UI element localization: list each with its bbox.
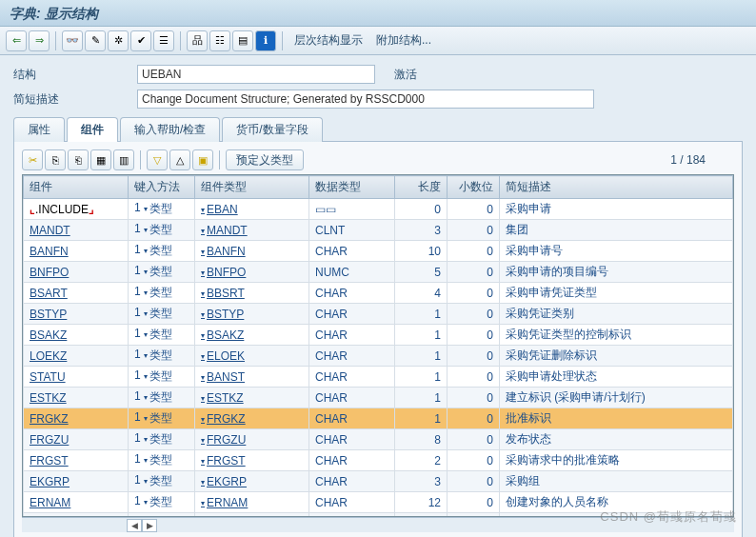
cell-component[interactable]: ERNAM	[24, 492, 129, 513]
tab-components[interactable]: 组件	[67, 117, 118, 142]
cell-component[interactable]: FRGKZ	[24, 408, 129, 429]
structure-input[interactable]	[137, 65, 375, 84]
table-row[interactable]: EKGRP1 类型EKGRPCHAR30采购组	[24, 471, 733, 492]
cell-typing[interactable]: 1 类型	[129, 450, 195, 471]
check-icon[interactable]: ✔	[130, 30, 151, 51]
cell-typing[interactable]: 1 类型	[129, 241, 195, 262]
cell-comptype[interactable]: BSAKZ	[195, 325, 309, 346]
tab-currency-qty[interactable]: 货币/数量字段	[222, 117, 322, 142]
cell-typing[interactable]: 1 类型	[129, 429, 195, 450]
cell-comptype[interactable]: FRGZU	[195, 429, 309, 450]
cell-length: 0	[395, 199, 448, 220]
info-icon[interactable]: ℹ	[255, 30, 276, 51]
cell-component[interactable]: FRGZU	[24, 429, 129, 450]
col-decimals[interactable]: 小数位	[448, 176, 500, 199]
tab-input-help[interactable]: 输入帮助/检查	[120, 117, 220, 142]
cell-comptype[interactable]: BANST	[195, 367, 309, 388]
cell-comptype[interactable]: BNFPO	[195, 262, 309, 283]
graphic-icon[interactable]: ☷	[209, 30, 230, 51]
table-row[interactable]: BNFPO1 类型BNFPONUMC50采购申请的项目编号	[24, 262, 733, 283]
table-row[interactable]: FRGZU1 类型FRGZUCHAR80发布状态	[24, 429, 733, 450]
cell-comptype[interactable]: ELOEK	[195, 346, 309, 367]
scroll-left-icon[interactable]: ◀	[127, 519, 142, 532]
cell-datatype: CHAR	[309, 429, 395, 450]
cell-component[interactable]: BANFN	[24, 241, 129, 262]
table-row[interactable]: ESTKZ1 类型ESTKZCHAR10建立标识 (采购申请/计划行)	[24, 388, 733, 408]
cell-component[interactable]: LOEKZ	[24, 346, 129, 367]
sort-icon[interactable]: ☰	[153, 30, 174, 51]
forward-icon[interactable]: ⇒	[29, 30, 50, 51]
cell-component[interactable]: BSTYP	[24, 304, 129, 325]
cell-comptype[interactable]: ERNAM	[195, 492, 309, 513]
cell-comptype[interactable]: BANFN	[195, 241, 309, 262]
table-row[interactable]: LOEKZ1 类型ELOEKCHAR10采购凭证删除标识	[24, 346, 733, 367]
paste-icon[interactable]: ⎗	[68, 149, 89, 170]
cell-comptype[interactable]: FRGKZ	[195, 408, 309, 429]
wand-icon[interactable]: ✎	[85, 30, 106, 51]
cell-component[interactable]: EKGRP	[24, 471, 129, 492]
cell-component[interactable]: ESTKZ	[24, 388, 129, 408]
table-row[interactable]: BSAKZ1 类型BSAKZCHAR10采购凭证类型的控制标识	[24, 325, 733, 346]
col-typing[interactable]: 键入方法	[129, 176, 195, 199]
tab-attributes[interactable]: 属性	[13, 117, 65, 142]
table-row[interactable]: MANDT1 类型MANDTCLNT30集团	[24, 220, 733, 241]
doc-icon[interactable]: ▤	[232, 30, 253, 51]
cell-comptype[interactable]: BBSRT	[195, 283, 309, 304]
col-length[interactable]: 长度	[395, 176, 448, 199]
cell-typing[interactable]: 1 类型	[129, 346, 195, 367]
cell-comptype[interactable]: MANDT	[195, 220, 309, 241]
cell-typing[interactable]: 1 类型	[129, 367, 195, 388]
cell-component[interactable]: MANDT	[24, 220, 129, 241]
cell-typing[interactable]: 1 类型	[129, 199, 195, 220]
cell-comptype[interactable]: ESTKZ	[195, 388, 309, 408]
cell-typing[interactable]: 1 类型	[129, 220, 195, 241]
delete-row-icon[interactable]: ▥	[113, 149, 134, 170]
table-row[interactable]: ⌞.INCLUDE⌟1 类型EBAN▭▭00采购申请	[24, 199, 733, 220]
predefined-type-button[interactable]: 预定义类型	[226, 149, 304, 170]
cell-typing[interactable]: 1 类型	[129, 471, 195, 492]
cell-typing[interactable]: 1 类型	[129, 325, 195, 346]
col-comptype[interactable]: 组件类型	[195, 176, 309, 199]
cell-component[interactable]: BSART	[24, 283, 129, 304]
expand-icon[interactable]: ▣	[192, 149, 213, 170]
table-row[interactable]: BANFN1 类型BANFNCHAR100采购申请号	[24, 241, 733, 262]
sort-asc-icon[interactable]: △	[169, 149, 190, 170]
glasses-icon[interactable]: 👓	[62, 30, 83, 51]
cell-typing[interactable]: 1 类型	[129, 388, 195, 408]
activate-icon[interactable]: ✲	[108, 30, 129, 51]
hierarchy-icon[interactable]: 品	[187, 30, 208, 51]
shortdesc-input[interactable]	[137, 90, 594, 109]
cell-typing[interactable]: 1 类型	[129, 304, 195, 325]
table-row[interactable]: BSART1 类型BBSRTCHAR40采购申请凭证类型	[24, 283, 733, 304]
col-datatype[interactable]: 数据类型	[309, 176, 395, 199]
cell-component[interactable]: FRGST	[24, 450, 129, 471]
scroll-right-icon[interactable]: ▶	[142, 519, 157, 532]
cell-component[interactable]: STATU	[24, 367, 129, 388]
cell-comptype[interactable]: FRGST	[195, 450, 309, 471]
append-structure-button[interactable]: 附加结构...	[370, 32, 437, 49]
back-icon[interactable]: ⇐	[6, 30, 27, 51]
col-component[interactable]: 组件	[24, 176, 129, 199]
table-row[interactable]: BSTYP1 类型BSTYPCHAR10采购凭证类别	[24, 304, 733, 325]
cell-comptype[interactable]: BSTYP	[195, 304, 309, 325]
cell-typing[interactable]: 1 类型	[129, 283, 195, 304]
cell-comptype[interactable]: EKGRP	[195, 471, 309, 492]
cut-icon[interactable]: ✂	[22, 149, 43, 170]
cell-component[interactable]: ⌞.INCLUDE⌟	[24, 199, 129, 220]
insert-row-icon[interactable]: ▦	[90, 149, 111, 170]
cell-typing[interactable]: 1 类型	[129, 262, 195, 283]
copy-icon[interactable]: ⎘	[45, 149, 66, 170]
component-grid[interactable]: 组件 键入方法 组件类型 数据类型 长度 小数位 简短描述 ⌞.INCLUDE⌟…	[22, 174, 734, 517]
col-shortdesc[interactable]: 简短描述	[500, 176, 733, 199]
hierarchy-display-button[interactable]: 层次结构显示	[288, 32, 368, 49]
cell-length: 3	[395, 471, 448, 492]
cell-comptype[interactable]: EBAN	[195, 199, 309, 220]
cell-component[interactable]: BSAKZ	[24, 325, 129, 346]
cell-typing[interactable]: 1 类型	[129, 408, 195, 429]
table-row[interactable]: STATU1 类型BANSTCHAR10采购申请处理状态	[24, 367, 733, 388]
cell-component[interactable]: BNFPO	[24, 262, 129, 283]
cell-typing[interactable]: 1 类型	[129, 492, 195, 513]
table-row[interactable]: FRGKZ1 类型FRGKZCHAR10批准标识	[24, 408, 733, 429]
table-row[interactable]: FRGST1 类型FRGSTCHAR20采购请求中的批准策略	[24, 450, 733, 471]
filter-icon[interactable]: ▽	[147, 149, 168, 170]
